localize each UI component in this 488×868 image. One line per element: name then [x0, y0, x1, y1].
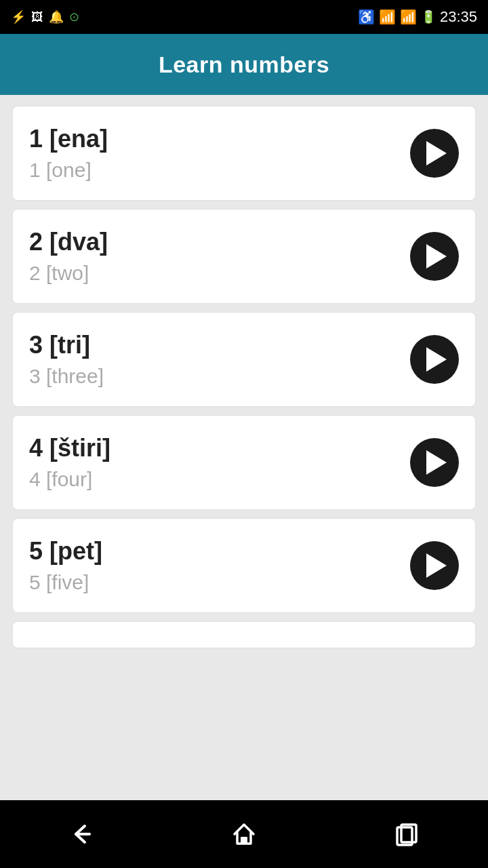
number-card-2: 2 [dva] 2 [two] — [12, 209, 476, 304]
battery-ring-icon: ⊙ — [69, 9, 79, 24]
partial-card-6 — [12, 621, 476, 648]
content-area: 1 [ena] 1 [one] 2 [dva] 2 [two] 3 [tri] … — [0, 95, 488, 800]
card-text-2: 2 [dva] 2 [two] — [29, 228, 108, 285]
card-primary-2: 2 [dva] — [29, 228, 108, 256]
play-button-4[interactable] — [410, 438, 459, 487]
number-card-4: 4 [štiri] 4 [four] — [12, 415, 476, 510]
card-text-3: 3 [tri] 3 [three] — [29, 331, 104, 388]
wifi-icon: 📶 — [379, 9, 396, 25]
status-icons-left: ⚡ 🖼 🔔 ⊙ — [11, 9, 79, 24]
play-icon-2 — [426, 244, 447, 269]
hearing-icon: ♿ — [358, 9, 375, 25]
number-card-5: 5 [pet] 5 [five] — [12, 518, 476, 613]
battery-icon: 🔋 — [421, 9, 436, 24]
card-primary-3: 3 [tri] — [29, 331, 104, 359]
play-button-2[interactable] — [410, 232, 459, 281]
number-card-3: 3 [tri] 3 [three] — [12, 312, 476, 407]
play-button-5[interactable] — [410, 541, 459, 590]
back-button[interactable] — [54, 814, 108, 854]
card-secondary-4: 4 [four] — [29, 468, 110, 491]
usb-icon: ⚡ — [11, 9, 26, 24]
app-title: Learn numbers — [159, 52, 329, 78]
card-secondary-2: 2 [two] — [29, 262, 108, 285]
svg-rect-1 — [241, 837, 247, 844]
play-icon-1 — [426, 141, 447, 165]
home-icon — [230, 821, 258, 848]
card-text-1: 1 [ena] 1 [one] — [29, 125, 108, 182]
play-icon-5 — [426, 553, 447, 578]
recents-icon — [393, 821, 420, 848]
signal-icon: 📶 — [400, 9, 417, 25]
card-primary-1: 1 [ena] — [29, 125, 108, 153]
card-text-4: 4 [štiri] 4 [four] — [29, 434, 110, 491]
card-secondary-3: 3 [three] — [29, 365, 104, 388]
status-icons-right: ♿ 📶 📶 🔋 23:35 — [358, 8, 477, 26]
card-primary-4: 4 [štiri] — [29, 434, 110, 462]
number-card-1: 1 [ena] 1 [one] — [12, 106, 476, 201]
card-secondary-5: 5 [five] — [29, 571, 102, 594]
back-icon — [68, 821, 95, 848]
audio-icon: 🔔 — [49, 9, 64, 24]
play-icon-4 — [426, 450, 447, 475]
play-button-1[interactable] — [410, 129, 459, 178]
time-display: 23:35 — [440, 8, 477, 26]
card-secondary-1: 1 [one] — [29, 159, 108, 182]
recents-button[interactable] — [380, 814, 434, 854]
play-button-3[interactable] — [410, 335, 459, 384]
home-button[interactable] — [217, 814, 271, 854]
card-text-5: 5 [pet] 5 [five] — [29, 537, 102, 594]
image-icon: 🖼 — [31, 10, 43, 24]
card-primary-5: 5 [pet] — [29, 537, 102, 566]
app-bar: Learn numbers — [0, 34, 488, 95]
status-bar: ⚡ 🖼 🔔 ⊙ ♿ 📶 📶 🔋 23:35 — [0, 0, 488, 34]
bottom-nav — [0, 800, 488, 868]
play-icon-3 — [426, 347, 447, 372]
